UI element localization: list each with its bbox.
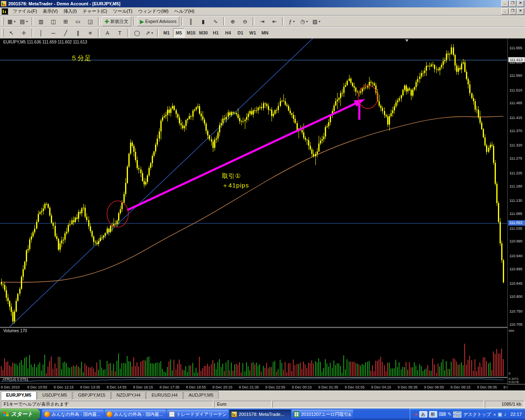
start-button[interactable]: スタート — [0, 409, 40, 420]
ime-conversion-icon[interactable]: 般 — [429, 411, 437, 418]
timeframe-w1-button[interactable]: W1 — [247, 28, 258, 37]
close-button[interactable]: ✕ — [517, 0, 524, 7]
toolbar-separator — [223, 17, 225, 25]
indicators-button[interactable]: ƒ▾ — [286, 16, 297, 26]
menu-window[interactable]: ウィンドウ(W) — [135, 7, 171, 15]
child-minimize-button[interactable]: _ — [501, 8, 509, 15]
zoom-out-button[interactable]: ⊖ — [239, 16, 251, 26]
taskbar-metatrader-button[interactable]: 2001578: MetaTrade... — [229, 410, 291, 419]
cursor-tool-button[interactable]: ↖ — [6, 28, 17, 38]
window-title: 2001578: MetaTrader - Demo Account - [EU… — [8, 1, 499, 6]
text-tool-button[interactable]: A — [102, 28, 113, 38]
profiles-button[interactable]: ▤▾ — [18, 16, 30, 26]
tab-nzdjpy-h4[interactable]: NZDJPY,H4 — [111, 391, 146, 399]
taskbar-trade-diary-button[interactable]: トレードダイアリーテンプレー... — [167, 410, 228, 419]
timeframe-m15-button[interactable]: M15 — [185, 28, 197, 37]
chart-candles-button[interactable]: ▮ — [197, 16, 209, 26]
ime-input-mode-icon[interactable]: あ — [419, 411, 427, 418]
minimize-button[interactable]: _ — [501, 0, 509, 7]
templates-icon: ▧ — [313, 19, 317, 24]
tab-usdjpy-m5[interactable]: USDJPY,M5 — [37, 391, 72, 399]
trendline-tool-button[interactable]: ╱ — [60, 28, 71, 38]
keyboard-tray-icon[interactable]: ⌨ — [439, 412, 446, 417]
display-tray-icon[interactable]: ▣ — [498, 412, 502, 417]
status-traffic-counter: 1085/1 kb — [485, 401, 524, 408]
new-order-button[interactable]: ✚新規注文 — [102, 16, 131, 26]
data-window-button[interactable]: ◫ — [48, 16, 59, 26]
timeframe-m5-button[interactable]: M5 — [173, 28, 185, 37]
desktop-toolbar[interactable]: デスクトップ » — [463, 411, 496, 418]
navigator-button[interactable]: ⊞ — [60, 16, 71, 26]
child-window-controls: _❐✕ — [501, 8, 524, 15]
timeframe-m1-button[interactable]: M1 — [161, 28, 172, 37]
chart-line-icon: ∿ — [213, 19, 218, 24]
menu-chart[interactable]: チャート(C) — [80, 7, 110, 15]
vertical-line-tool-button[interactable]: │ — [35, 28, 47, 38]
chart-shift-button[interactable]: ⇤ — [269, 16, 280, 26]
zoom-in-button[interactable]: ⊕ — [227, 16, 238, 26]
price-tick-label: 111.320 — [509, 143, 522, 147]
time-axis[interactable]: 8 Dec 20108 Dec 10:558 Dec 12:158 Dec 13… — [0, 384, 507, 390]
child-restore-button[interactable]: ❐ — [509, 8, 516, 15]
horizontal-line-tool-button[interactable]: ─ — [48, 28, 59, 38]
new-chart-button[interactable]: ▦▾ — [6, 16, 17, 26]
taskbar-firefox-1-button[interactable]: みんなの外為 - 国内最... — [42, 410, 104, 419]
timeframe-h1-button[interactable]: H1 — [210, 28, 221, 37]
periods-button[interactable]: ◷▾ — [298, 16, 310, 26]
child-window-icon[interactable] — [2, 8, 8, 15]
menu-view[interactable]: 表示(V) — [40, 7, 61, 15]
fibonacci-tool-icon: ≡ — [89, 30, 92, 36]
tab-eurjpy-m5[interactable]: EURJPY,M5 — [1, 391, 37, 400]
window-controls: _❐✕ — [501, 0, 524, 7]
pen-tray-icon[interactable]: ✎ — [447, 412, 452, 417]
volume-tray-icon[interactable]: ♪ — [504, 412, 506, 417]
toolbar-grip[interactable] — [2, 29, 4, 37]
taskbar-excel-button-label: 20101207ユーロ円取引結... — [301, 411, 351, 418]
toolbar-grip[interactable] — [2, 17, 4, 25]
market-watch-button[interactable]: ▥ — [35, 16, 47, 26]
timeframe-m30-button[interactable]: M30 — [198, 28, 209, 37]
expert-advisors-button[interactable]: ▶Expert Advisors — [137, 16, 179, 26]
channel-tool-button[interactable]: ∥ — [72, 28, 84, 38]
terminal-button[interactable]: ▭ — [72, 16, 84, 26]
menu-help[interactable]: ヘルプ(H) — [171, 7, 197, 15]
title-bar[interactable]: 2001578: MetaTrader - Demo Account - [EU… — [0, 0, 525, 7]
timeframe-mn-button[interactable]: MN — [259, 28, 271, 37]
auto-scroll-button[interactable]: ⇥ — [256, 16, 268, 26]
templates-button[interactable]: ▧▾ — [310, 16, 322, 26]
timeframe-d1-button[interactable]: D1 — [235, 28, 246, 37]
arrows-tool-button[interactable]: ⇗▾ — [144, 28, 155, 38]
strategy-tester-icon: ◲ — [88, 19, 93, 24]
ellipse-tool-button[interactable]: ◯ — [131, 28, 143, 38]
timeframe-h4-button[interactable]: H4 — [222, 28, 234, 37]
price-tick-label: 111.275 — [509, 156, 522, 160]
taskbar-excel-button[interactable]: 20101207ユーロ円取引結... — [292, 410, 353, 419]
tab-gbpjpy-m15[interactable]: GBPJPY,M15 — [73, 391, 110, 399]
restore-button[interactable]: ❐ — [509, 0, 516, 7]
price-tick-label: 110.940 — [509, 254, 523, 258]
menu-file[interactable]: ファイル(F) — [10, 7, 40, 15]
text-label-tool-icon: T — [118, 30, 121, 36]
tab-audjpy-m5[interactable]: AUDJPY,M5 — [183, 391, 219, 399]
chart-bars-button[interactable]: ║ — [185, 16, 196, 26]
tray-extra-icons: ▣♪ — [498, 412, 506, 417]
fibonacci-tool-button[interactable]: ≡ — [84, 28, 96, 38]
child-close-button[interactable]: ✕ — [517, 8, 524, 15]
security-tray-icon[interactable]: ● — [414, 412, 417, 417]
tab-eurusd-h4[interactable]: EURUSD,H4 — [146, 391, 183, 399]
ime-caps-kana-indicator[interactable]: CAPS KANA — [453, 411, 461, 418]
menu-tools[interactable]: ツール(T) — [110, 7, 135, 15]
time-axis-label: 9 Dec 01:35 — [318, 385, 338, 389]
text-label-tool-button[interactable]: T — [114, 28, 126, 38]
kana-indicator: KANA — [453, 415, 461, 418]
volume-pane-separator[interactable] — [0, 327, 525, 328]
menu-insert[interactable]: 挿入(I) — [61, 7, 80, 15]
price-chart-canvas[interactable] — [0, 39, 507, 384]
atr-pane-separator[interactable] — [0, 377, 525, 378]
chart-line-button[interactable]: ∿ — [210, 16, 221, 26]
crosshair-tool-button[interactable]: ✛ — [18, 28, 30, 38]
taskbar-firefox-2-button[interactable]: みんなの外為 - 国内最... — [105, 410, 166, 419]
time-axis-label: 8 Dec 10:55 — [27, 385, 48, 389]
strategy-tester-button[interactable]: ◲ — [84, 16, 96, 26]
atr-scale-min: 0.0176 — [509, 380, 518, 384]
